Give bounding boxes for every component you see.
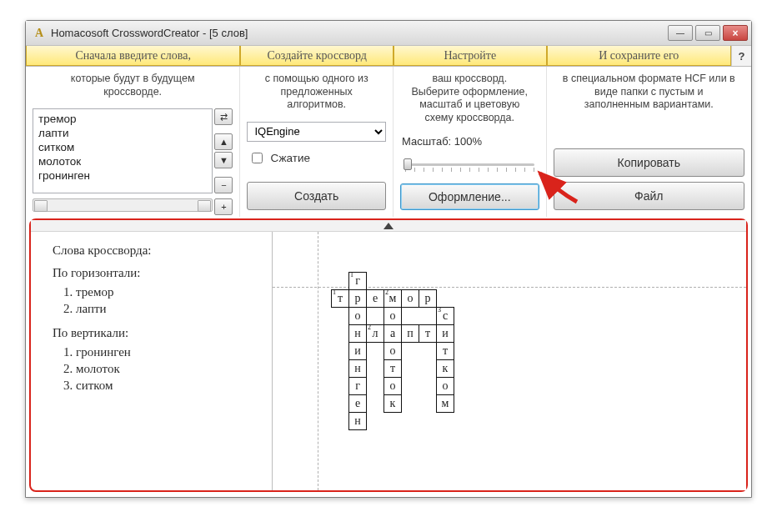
copy-button[interactable]: Копировать	[554, 148, 744, 177]
compress-label: Сжатие	[270, 152, 310, 164]
word-entry[interactable]: ситком	[38, 141, 207, 155]
words-textarea[interactable]: треморлаптиситкоммолотокгронинген	[33, 108, 213, 193]
grid-cell: т	[419, 324, 437, 343]
grid-cell: о	[401, 289, 419, 308]
grid-cell: л2	[366, 324, 384, 343]
scale-slider[interactable]	[402, 156, 538, 172]
panel-words: которые будут в будущем кроссворде. трем…	[26, 67, 240, 217]
grid-cell: а	[383, 324, 402, 343]
window-title: Homacosoft CrosswordCreator - [5 слов]	[51, 27, 248, 39]
word-entry[interactable]: лапти	[38, 127, 207, 141]
down-item: гронинген	[76, 344, 260, 360]
down-item: ситком	[76, 377, 260, 394]
design-button[interactable]: Оформление...	[400, 183, 539, 210]
grid-cell: и	[436, 324, 454, 343]
grid-cell: о	[383, 377, 402, 395]
panel-save: в специальном формате HCF или в виде пап…	[547, 67, 751, 217]
compress-checkbox-input[interactable]	[252, 153, 263, 163]
across-label: По горизонтали:	[53, 266, 260, 280]
grid-cell: о	[383, 342, 402, 360]
grid-cell: к	[436, 359, 454, 378]
grid-cell: н	[348, 324, 367, 343]
grid-cell: н	[348, 359, 367, 378]
grid-cell: т	[436, 342, 454, 360]
panel-create: с помощью одного из предложенных алгорит…	[240, 67, 394, 217]
app-icon: A	[33, 27, 46, 40]
move-down-button[interactable]: ▼	[214, 152, 233, 168]
file-button[interactable]: Файл	[554, 182, 744, 210]
algorithm-select[interactable]: IQEngine	[247, 122, 386, 142]
triangle-up-icon	[383, 223, 394, 229]
grid-cell: е	[366, 289, 384, 308]
panel-tune: ваш кроссворд. Выберите оформление, масш…	[394, 67, 547, 217]
guide-vertical	[318, 232, 318, 490]
across-item: лапти	[76, 300, 260, 317]
step2-header: Создайте кроссворд	[240, 46, 394, 66]
help-button[interactable]: ?	[731, 46, 751, 66]
grid-cell: и	[348, 342, 367, 360]
grid-cell: м2	[383, 289, 402, 308]
preview-collapse-bar[interactable]	[31, 220, 746, 232]
maximize-button[interactable]: ▭	[695, 25, 720, 41]
clues-title: Слова кроссворда:	[53, 243, 260, 258]
step2-desc: с помощью одного из предложенных алгорит…	[247, 70, 386, 117]
step1-desc: которые будут в будущем кроссворде.	[33, 70, 233, 103]
grid-cell: о	[348, 307, 367, 325]
grid-cell: н	[348, 412, 367, 430]
down-item: молоток	[76, 360, 260, 377]
add-button[interactable]: +	[214, 198, 233, 215]
word-entry[interactable]: тремор	[38, 113, 207, 127]
grid-cell: с3	[436, 307, 454, 325]
minimize-button[interactable]: —	[668, 25, 693, 41]
step3-header: Настройте	[394, 46, 547, 66]
grid-cell: о	[383, 307, 402, 325]
grid-cell: р	[419, 289, 437, 308]
grid-cell: т	[383, 359, 402, 378]
words-hscroll[interactable]	[33, 198, 213, 212]
step4-header: И сохраните его	[547, 46, 731, 66]
down-label: По вертикали:	[53, 326, 260, 340]
across-item: тремор	[76, 284, 260, 300]
across-list: треморлапти	[53, 284, 260, 318]
grid-cell: е	[348, 394, 367, 413]
word-entry[interactable]: гронинген	[38, 169, 207, 183]
word-entry[interactable]: молоток	[38, 155, 207, 169]
step4-desc: в специальном формате HCF или в виде пап…	[554, 70, 744, 117]
grid-cell: г	[348, 377, 367, 395]
grid-cell: г1	[348, 272, 367, 290]
swap-button[interactable]: ⇄	[214, 108, 233, 125]
move-up-button[interactable]: ▲	[214, 133, 233, 150]
compress-checkbox[interactable]: Сжатие	[247, 147, 386, 166]
grid-cell: к	[383, 394, 402, 413]
titlebar: A Homacosoft CrosswordCreator - [5 слов]…	[26, 21, 751, 46]
step3-desc: ваш кроссворд. Выберите оформление, масш…	[400, 70, 539, 130]
preview-area: Слова кроссворда: По горизонтали: тремор…	[29, 218, 748, 492]
grid-cell: т1	[331, 289, 349, 308]
grid-cell: о	[436, 377, 454, 395]
grid-cell: м	[436, 394, 454, 413]
crossword-grid-pane[interactable]: г1т1рем2ороос3нл2аптииотнткгооекмн	[273, 232, 746, 490]
guide-horizontal	[273, 287, 746, 288]
remove-button[interactable]: −	[214, 177, 233, 193]
step1-header: Сначала введите слова,	[26, 46, 240, 66]
scale-label: Масштаб: 100%	[400, 135, 539, 148]
close-button[interactable]: ×	[723, 25, 748, 41]
down-list: гронингенмолотокситком	[53, 344, 260, 394]
clue-pane: Слова кроссворда: По горизонтали: тремор…	[31, 232, 273, 490]
app-window: A Homacosoft CrosswordCreator - [5 слов]…	[25, 20, 752, 498]
create-button[interactable]: Создать	[247, 182, 386, 210]
grid-cell: р	[348, 289, 367, 308]
grid-cell: п	[401, 324, 419, 343]
